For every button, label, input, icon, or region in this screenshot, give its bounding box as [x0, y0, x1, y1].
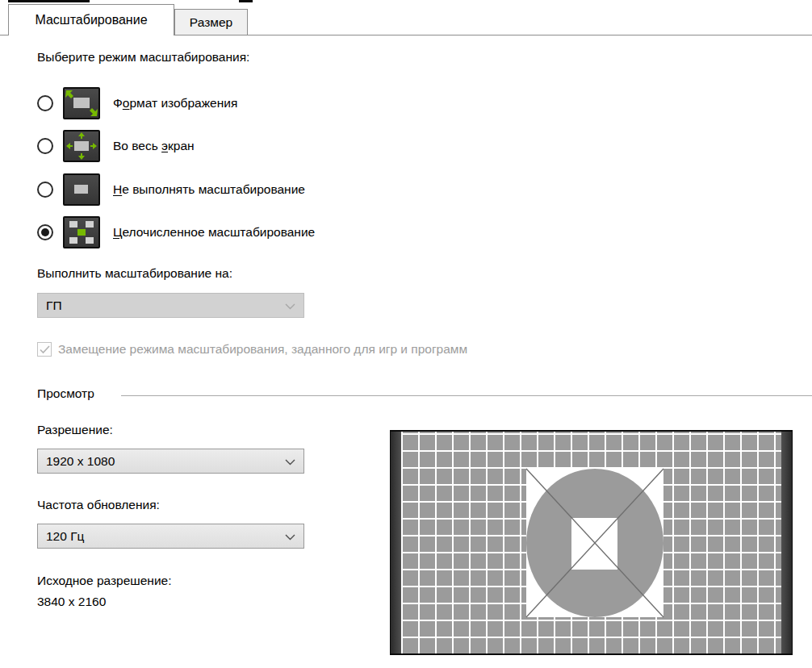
native-resolution-value: 3840 x 2160 — [37, 595, 106, 609]
preview-right-bar — [781, 432, 792, 653]
refresh-rate-value: 120 Гц — [46, 529, 84, 544]
tab-scaling[interactable]: Масштабирование — [8, 4, 174, 35]
tab-size[interactable]: Размер — [174, 9, 248, 35]
tab-size-label: Размер — [190, 15, 232, 30]
perform-on-value: ГП — [46, 299, 62, 313]
radio-label: Формат изображения — [113, 96, 237, 111]
radio-option-no-scaling[interactable]: Не выполнять масштабирование — [37, 173, 305, 206]
checkbox-checked-icon[interactable] — [37, 342, 52, 357]
refresh-rate-dropdown[interactable]: 120 Гц — [37, 524, 304, 549]
fullscreen-icon — [63, 130, 100, 162]
refresh-rate-label: Частота обновления: — [37, 498, 160, 512]
override-checkbox-label: Замещение режима масштабирования, заданн… — [58, 342, 467, 357]
preview-section-label: Просмотр — [37, 386, 94, 401]
radio-label: Не выполнять масштабирование — [113, 182, 305, 197]
perform-on-dropdown[interactable]: ГП — [37, 293, 304, 318]
radio-label: Целочисленное масштабирование — [113, 225, 315, 240]
integer-scaling-icon — [63, 216, 100, 248]
radio-option-aspect-ratio[interactable]: Формат изображения — [37, 87, 237, 119]
preview-left-bar — [391, 432, 401, 653]
radio-button[interactable] — [37, 182, 53, 198]
native-resolution-label: Исходное разрешение: — [37, 574, 172, 588]
override-checkbox-row[interactable]: Замещение режима масштабирования, заданн… — [37, 342, 467, 357]
aspect-ratio-icon — [63, 87, 100, 119]
resolution-label: Разрешение: — [37, 423, 113, 437]
resolution-value: 1920 x 1080 — [46, 454, 115, 469]
chevron-down-icon — [285, 299, 295, 313]
radio-button[interactable] — [37, 95, 53, 111]
radio-label: Во весь экран — [113, 139, 195, 153]
perform-on-label: Выполнить масштабирование на: — [37, 266, 232, 281]
chevron-down-icon — [285, 529, 295, 544]
radio-button-selected[interactable] — [37, 224, 53, 240]
radio-option-fullscreen[interactable]: Во весь экран — [37, 130, 195, 162]
tab-scaling-label: Масштабирование — [35, 13, 147, 27]
section-divider — [121, 395, 812, 396]
scaling-mode-heading: Выберите режим масштабирования: — [37, 50, 249, 65]
resolution-dropdown[interactable]: 1920 x 1080 — [37, 449, 304, 474]
radio-button[interactable] — [37, 138, 53, 154]
no-scaling-icon — [63, 173, 100, 206]
cropped-artifact — [8, 0, 90, 2]
chevron-down-icon — [285, 454, 295, 469]
cropped-artifact — [239, 0, 253, 2]
radio-option-integer-scaling[interactable]: Целочисленное масштабирование — [37, 216, 315, 248]
scaling-settings-page: Масштабирование Размер Выберите режим ма… — [0, 0, 812, 668]
scaling-preview-image — [390, 430, 793, 655]
